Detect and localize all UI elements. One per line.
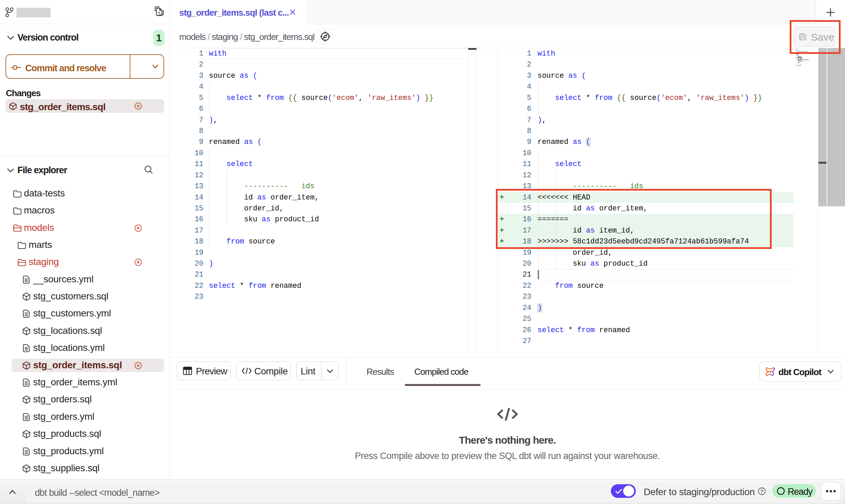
svg-text:?: ?: [760, 488, 763, 494]
